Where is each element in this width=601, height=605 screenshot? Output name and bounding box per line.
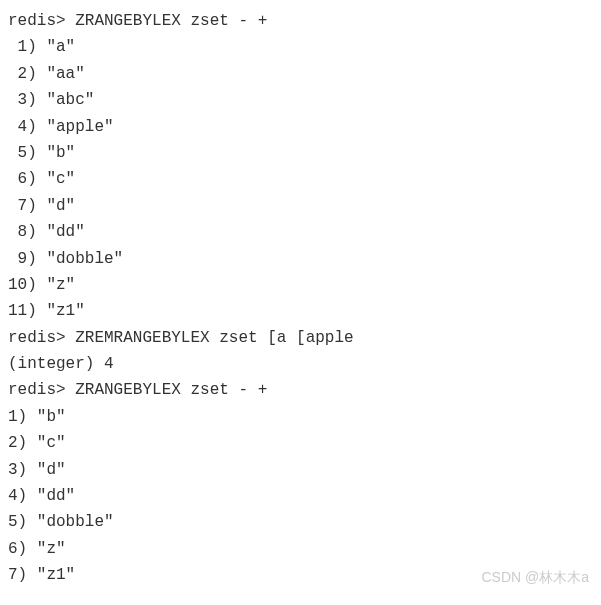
command-line[interactable]: redis> ZREMRANGEBYLEX zset [a [apple (8, 325, 593, 351)
redis-cli-terminal: redis> ZRANGEBYLEX zset - + 1) "a" 2) "a… (8, 8, 593, 589)
result-list-item: 6) "c" (8, 166, 593, 192)
result-list-item: 11) "z1" (8, 298, 593, 324)
result-list-item: 8) "dd" (8, 219, 593, 245)
result-list-item: 3) "abc" (8, 87, 593, 113)
result-list-item: 7) "z1" (8, 562, 593, 588)
result-list-item: 9) "dobble" (8, 246, 593, 272)
result-list-item: 4) "apple" (8, 114, 593, 140)
result-list-item: 4) "dd" (8, 483, 593, 509)
result-list-item: 2) "aa" (8, 61, 593, 87)
result-list-item: 5) "b" (8, 140, 593, 166)
result-list-item: 3) "d" (8, 457, 593, 483)
result-list-item: 5) "dobble" (8, 509, 593, 535)
command-line[interactable]: redis> ZRANGEBYLEX zset - + (8, 8, 593, 34)
result-list-item: 7) "d" (8, 193, 593, 219)
result-list-item: 1) "a" (8, 34, 593, 60)
result-list-item: 6) "z" (8, 536, 593, 562)
result-list-item: 2) "c" (8, 430, 593, 456)
result-integer: (integer) 4 (8, 351, 593, 377)
command-line[interactable]: redis> ZRANGEBYLEX zset - + (8, 377, 593, 403)
result-list-item: 1) "b" (8, 404, 593, 430)
result-list-item: 10) "z" (8, 272, 593, 298)
